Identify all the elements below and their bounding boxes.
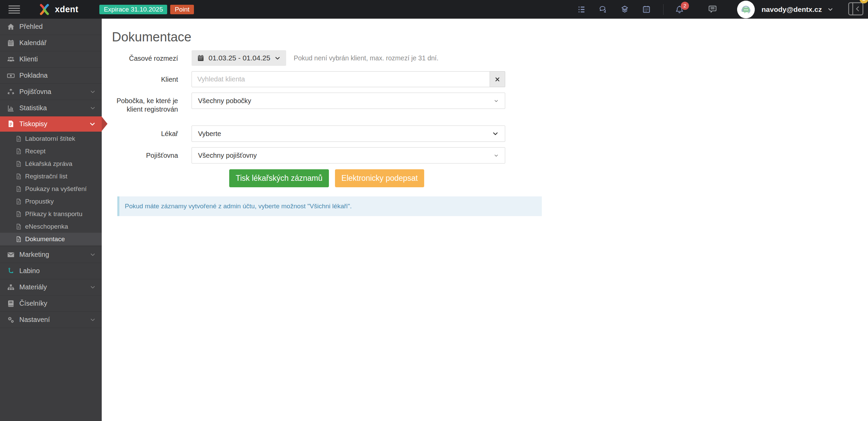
- file-icon: [15, 173, 22, 180]
- sidebar-item-label: Nastavení: [19, 316, 50, 324]
- chevron-down-icon: [90, 105, 96, 111]
- active-item-arrow: [102, 117, 107, 131]
- branch-select-value: Všechny pobočky: [198, 97, 251, 105]
- chevron-down-icon: [90, 89, 96, 95]
- labino-icon: [7, 267, 15, 275]
- sidebar-item-label: Statistika: [19, 104, 47, 112]
- chevron-down-icon: [90, 284, 96, 290]
- chevron-down-icon: [274, 55, 281, 61]
- sitemap-icon: [7, 283, 15, 291]
- users-icon: [7, 55, 15, 63]
- list-icon[interactable]: [577, 5, 586, 14]
- sign-electronically-button[interactable]: Elektronicky podepsat: [335, 169, 424, 187]
- action-buttons: Tisk lékařských záznamů Elektronicky pod…: [229, 169, 868, 187]
- sidebar-item-tiskopisy[interactable]: Tiskopisy: [0, 116, 102, 132]
- brand-name: xdent: [55, 4, 78, 14]
- sidebar-item-label: Kalendář: [19, 39, 46, 47]
- submenu-item-eneschopenka[interactable]: eNeschopenka: [0, 220, 102, 233]
- tiskopisy-submenu: Laboratorní štítek Recept Lékařská zpráv…: [0, 132, 102, 247]
- file-icon: [15, 223, 22, 230]
- sidebar: Přehled Kalendář Klienti: [0, 19, 102, 421]
- sidebar-item-marketing[interactable]: Marketing: [0, 247, 102, 263]
- insurance-row: Pojišťovna Všechny pojišťovny: [102, 147, 868, 164]
- book-icon: [7, 300, 15, 308]
- notification-badge: 2: [681, 2, 689, 10]
- submenu-item-poukazy-na-vysetreni[interactable]: Poukazy na vyšetření: [0, 183, 102, 195]
- user-email[interactable]: navody@dentx.cz: [762, 5, 822, 14]
- doctor-select[interactable]: Vyberte: [192, 126, 505, 142]
- bar-chart-icon: [7, 104, 15, 112]
- expiration-badge: Expirace 31.10.2025: [99, 5, 167, 14]
- submenu-item-label: Propustky: [25, 198, 54, 205]
- submenu-item-laboratorni-stitek[interactable]: Laboratorní štítek: [0, 132, 102, 145]
- submenu-item-lekarska-zprava[interactable]: Lékařská zpráva: [0, 157, 102, 170]
- document-icon: [7, 120, 15, 128]
- sidebar-item-materialy[interactable]: Materiály: [0, 279, 102, 295]
- sidebar-item-klienti[interactable]: Klienti: [0, 51, 102, 68]
- submenu-item-label: Příkazy k transportu: [25, 210, 82, 218]
- submenu-item-dokumentace[interactable]: Dokumentace: [0, 233, 102, 245]
- sidebar-item-label: Pokladna: [19, 72, 47, 79]
- calendar-icon: [7, 39, 15, 47]
- banknote-icon: [7, 72, 15, 80]
- submenu-item-label: Recept: [25, 148, 45, 155]
- avatar[interactable]: [737, 1, 755, 18]
- branch-row: Pobočka, ke které je klient registrován …: [102, 93, 868, 114]
- date-range-row: Časové rozmezí 01.03.25 - 01.04.25 Pokud…: [102, 50, 868, 66]
- main-content: Dokumentace Časové rozmezí 01.03.25 - 01…: [102, 19, 868, 216]
- file-icon: [15, 211, 22, 217]
- collapse-panel-button[interactable]: 2: [848, 2, 864, 17]
- submenu-item-label: Dokumentace: [25, 235, 65, 243]
- submenu-item-prikazy-k-transportu[interactable]: Příkazy k transportu: [0, 208, 102, 220]
- chat-bubbles-icon[interactable]: [598, 5, 608, 14]
- doctor-row: Lékař Vyberte: [102, 126, 868, 142]
- submenu-item-registracni-list[interactable]: Registrační list: [0, 170, 102, 183]
- doctor-label: Lékař: [102, 126, 178, 138]
- submenu-item-recept[interactable]: Recept: [0, 145, 102, 157]
- user-menu-chevron-icon[interactable]: [827, 6, 834, 13]
- chevron-down-icon: [90, 317, 96, 323]
- sidebar-item-prehled[interactable]: Přehled: [0, 19, 102, 35]
- insurance-select-value: Všechny pojišťovny: [198, 152, 257, 159]
- chevron-down-icon: [494, 153, 499, 158]
- sidebar-item-label: Číselníky: [19, 300, 47, 307]
- messages-button[interactable]: [707, 4, 718, 15]
- submenu-item-propustky[interactable]: Propustky: [0, 195, 102, 208]
- submenu-item-label: eNeschopenka: [25, 223, 68, 230]
- file-icon: [15, 148, 22, 155]
- client-row: Klient: [102, 71, 868, 87]
- client-search-input[interactable]: [192, 71, 490, 87]
- sidebar-item-pokladna[interactable]: Pokladna: [0, 68, 102, 84]
- file-icon: [15, 135, 22, 142]
- menu-toggle-button[interactable]: [8, 5, 20, 14]
- info-box: Pokud máte záznamy vytvořené z admin účt…: [117, 196, 542, 216]
- chevron-down-icon: [90, 252, 96, 257]
- brand-logo[interactable]: xdent: [38, 3, 78, 16]
- clear-client-button[interactable]: [490, 71, 505, 87]
- sidebar-item-label: Marketing: [19, 251, 49, 259]
- sidebar-item-kalendar[interactable]: Kalendář: [0, 35, 102, 51]
- client-label: Klient: [102, 71, 178, 84]
- sidebar-item-statistika[interactable]: Statistika: [0, 100, 102, 116]
- sidebar-item-nastaveni[interactable]: Nastavení: [0, 312, 102, 328]
- branch-select[interactable]: Všechny pobočky: [192, 93, 505, 109]
- submenu-item-label: Registrační list: [25, 173, 67, 180]
- xdent-logo-icon: [38, 3, 51, 16]
- point-badge[interactable]: Point: [170, 5, 194, 14]
- print-records-button[interactable]: Tisk lékařských záznamů: [229, 169, 329, 187]
- sidebar-item-label: Materiály: [19, 283, 47, 291]
- sidebar-item-ciselniky[interactable]: Číselníky: [0, 295, 102, 312]
- doctor-select-value: Vyberte: [198, 130, 221, 138]
- calendar-icon[interactable]: [642, 5, 651, 14]
- sidebar-item-label: Tiskopisy: [19, 120, 47, 128]
- page-title: Dokumentace: [112, 29, 868, 45]
- notifications-button[interactable]: 2: [675, 5, 684, 14]
- sidebar-item-pojistovna[interactable]: Pojišťovna: [0, 84, 102, 100]
- chevron-down-icon: [89, 121, 96, 127]
- date-range-label: Časové rozmezí: [102, 50, 178, 63]
- date-range-picker[interactable]: 01.03.25 - 01.04.25: [192, 50, 286, 66]
- layers-icon[interactable]: [620, 5, 629, 14]
- insurance-select[interactable]: Všechny pojišťovny: [192, 147, 505, 164]
- envelope-icon: [7, 251, 15, 259]
- sidebar-item-labino[interactable]: Labino: [0, 263, 102, 279]
